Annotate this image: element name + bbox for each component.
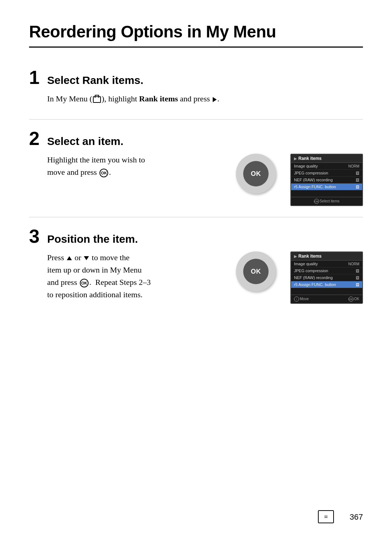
camera-screen-2: ▶ Rank items Image quality NORM JPEG com… (290, 154, 363, 206)
ok-button-icon-2: OK (99, 169, 108, 177)
triangle-up-icon (67, 256, 72, 260)
screen-row-3-3: r5 Assign FUNC. button 🖼 (291, 281, 362, 288)
step-3-title: Position the item. (47, 233, 138, 245)
screen-row-2-3: r5 Assign FUNC. button 🖼 (291, 184, 362, 190)
step-2-content: Highlight the item you wish to move and … (47, 154, 363, 206)
ok-dial-outer-3: OK (236, 251, 276, 291)
step-3-number: 3 (29, 227, 42, 246)
ok-dial-inner-2: OK (243, 161, 269, 186)
screen-row-2-2: NEF (RAW) recording 🖼 (291, 177, 362, 184)
bottom-corner-icon: ≡ (318, 510, 334, 523)
camera-screen-3: ▶ Rank items Image quality NORM JPEG com… (290, 251, 363, 304)
screen-title-bar-3: ▶ Rank items (291, 252, 362, 261)
screen-empty-2 (291, 190, 362, 197)
step-3-header: 3 Position the item. (29, 217, 363, 246)
step-2-number: 2 (29, 129, 42, 148)
step-3-text: Press or to move the item up or down in … (47, 251, 221, 301)
screen-arrow-2: ▶ (294, 157, 297, 161)
screen-title-2: Rank items (298, 156, 322, 161)
screen-empty-3 (291, 288, 362, 295)
screen-row-2-0: Image quality NORM (291, 163, 362, 170)
screen-ok-small-2: OK (314, 199, 319, 204)
screen-title-3: Rank items (298, 254, 322, 259)
ok-button-illustration-3: OK (232, 251, 279, 291)
screen-row-2-1: JPEG compression 🖼 (291, 170, 362, 177)
triangle-down-icon (84, 256, 89, 260)
screen-footer-ok: OKOK (348, 297, 359, 302)
ok-button-illustration-2: OK (232, 154, 279, 194)
ok-label-3: OK (251, 268, 261, 275)
screen-ok-small-ok: OK (348, 297, 354, 302)
step-2-header: 2 Select an item. (29, 120, 363, 148)
ok-dial-inner-3: OK (243, 259, 269, 284)
menu-book-icon: ≡ (324, 513, 328, 521)
step-2-title: Select an item. (47, 135, 123, 148)
screen-footer-3: ↕Move OKOK (291, 295, 362, 303)
step-2-text-line1: Highlight the item you wish to (47, 155, 145, 164)
ok-button-icon-3: OK (80, 279, 89, 287)
screen-footer-move: ↕Move (294, 297, 309, 302)
screen-row-3-1: JPEG compression 🖼 (291, 267, 362, 274)
screen-footer-2: OKSelect items (291, 197, 362, 205)
step-3-section: 3 Position the item. Press or to move th… (29, 217, 363, 315)
step-1-section: 1 Select Rank items. In My Menu (), high… (29, 59, 363, 120)
ok-label-2: OK (251, 170, 261, 178)
my-menu-icon (93, 96, 101, 103)
screen-row-3-0: Image quality NORM (291, 261, 362, 267)
ok-dial-outer-2: OK (236, 154, 276, 194)
screen-ok-small-move: ↕ (294, 297, 299, 302)
page-title: Reordering Options in My Menu (29, 22, 363, 48)
step-2-section: 2 Select an item. Highlight the item you… (29, 120, 363, 217)
screen-title-bar-2: ▶ Rank items (291, 154, 362, 163)
step-1-number: 1 (29, 68, 42, 87)
screen-arrow-3: ▶ (294, 254, 297, 258)
step-1-header: 1 Select Rank items. (29, 59, 363, 87)
screen-row-3-2: NEF (RAW) recording 🖼 (291, 274, 362, 281)
step-1-body: In My Menu (), highlight Rank items and … (47, 93, 363, 105)
step-3-content: Press or to move the item up or down in … (47, 251, 363, 304)
step-1-title: Select Rank items. (47, 74, 143, 86)
arrow-right-icon (213, 97, 217, 102)
step-2-text: Highlight the item you wish to move and … (47, 154, 221, 178)
page-number: 367 (350, 512, 363, 522)
